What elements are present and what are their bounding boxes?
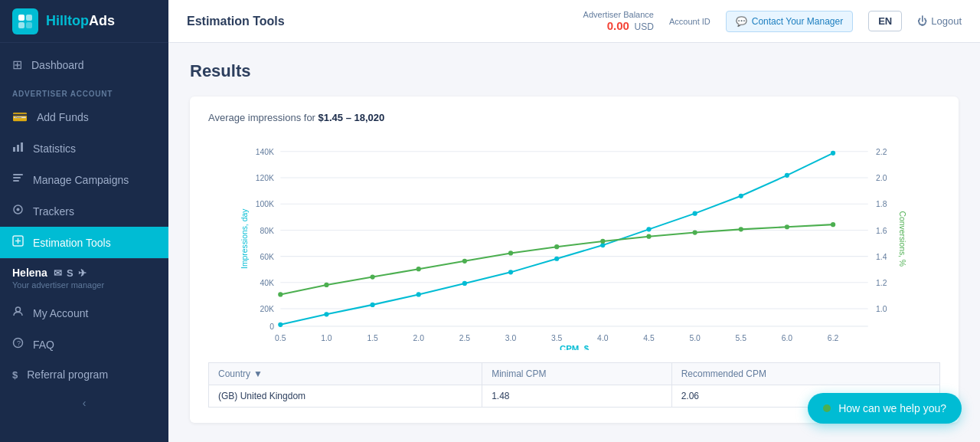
- svg-text:0.5: 0.5: [275, 334, 286, 342]
- svg-text:4.5: 4.5: [643, 334, 655, 342]
- sidebar-item-trackers[interactable]: Trackers: [0, 195, 168, 227]
- svg-text:Impressions, day: Impressions, day: [240, 208, 249, 269]
- svg-text:0: 0: [270, 322, 274, 331]
- svg-text:3.0: 3.0: [505, 334, 517, 342]
- svg-text:1.4: 1.4: [876, 253, 887, 261]
- language-button[interactable]: EN: [868, 11, 902, 31]
- svg-rect-8: [13, 177, 21, 178]
- svg-point-78: [646, 234, 651, 239]
- manager-name: Helena ✉ S ✈: [12, 267, 156, 279]
- svg-point-76: [554, 244, 559, 249]
- svg-text:4.0: 4.0: [597, 334, 609, 342]
- country-cell: (GB) United Kingdom: [209, 385, 482, 408]
- logo-text: HilltopAds: [46, 13, 115, 29]
- nav-section-label: ADVERTISER ACCOUNT: [0, 80, 168, 101]
- email-icon[interactable]: ✉: [54, 267, 62, 279]
- sidebar-item-estimation-tools[interactable]: Estimation Tools: [0, 227, 168, 258]
- estimation-tools-icon: [12, 235, 24, 250]
- svg-text:80K: 80K: [260, 227, 275, 235]
- rec-cpm-column-header: Recommended CPM: [671, 363, 939, 385]
- telegram-icon[interactable]: ✈: [78, 267, 87, 279]
- logo-icon: [12, 8, 38, 34]
- svg-text:1.5: 1.5: [367, 334, 378, 342]
- logout-icon: ⏻: [917, 15, 927, 27]
- svg-text:1.8: 1.8: [876, 200, 887, 208]
- country-column-header[interactable]: Country ▼: [209, 363, 482, 385]
- svg-rect-1: [26, 15, 32, 21]
- svg-text:6.2: 6.2: [828, 334, 839, 342]
- svg-text:3.5: 3.5: [551, 334, 563, 342]
- svg-point-11: [17, 208, 20, 211]
- topbar-right: Advertiser Balance 0.00 USD Account ID 💬…: [583, 10, 962, 32]
- balance-value-row: 0.00 USD: [583, 19, 654, 32]
- svg-text:1.0: 1.0: [876, 305, 887, 313]
- svg-point-60: [416, 292, 421, 296]
- sidebar-collapse-btn[interactable]: ‹: [83, 397, 87, 409]
- balance-block: Advertiser Balance 0.00 USD: [583, 10, 654, 32]
- svg-point-61: [462, 281, 467, 286]
- svg-text:120K: 120K: [256, 174, 274, 182]
- chat-bubble[interactable]: How can we help you?: [808, 393, 962, 424]
- svg-text:1.6: 1.6: [876, 227, 887, 235]
- svg-rect-0: [18, 15, 24, 21]
- results-card: Average impressions for $1.45 – 18,020 1…: [190, 97, 959, 423]
- svg-point-82: [831, 222, 835, 227]
- main-area: Estimation Tools Advertiser Balance 0.00…: [168, 0, 980, 442]
- sidebar-item-referral-program[interactable]: $ Referral program: [0, 360, 168, 389]
- avg-impressions-text: Average impressions for $1.45 – 18,020: [208, 112, 940, 123]
- sidebar-item-my-account[interactable]: My Account: [0, 297, 168, 329]
- svg-point-15: [16, 307, 21, 312]
- chat-online-dot: [823, 404, 831, 412]
- sidebar-item-statistics[interactable]: Statistics: [0, 133, 168, 164]
- svg-text:1.0: 1.0: [321, 334, 332, 342]
- svg-rect-7: [13, 174, 23, 175]
- svg-point-70: [278, 292, 283, 296]
- svg-point-62: [508, 270, 513, 274]
- svg-point-66: [693, 211, 697, 216]
- chart-svg: 140K 120K 100K 80K 60K 40K 20K 0 2.2 2.0…: [208, 136, 940, 350]
- svg-rect-2: [18, 22, 24, 28]
- min-cpm-column-header: Minimal CPM: [482, 363, 671, 385]
- sidebar-item-add-funds[interactable]: 💳 Add Funds: [0, 101, 168, 133]
- svg-point-57: [278, 322, 283, 327]
- statistics-icon: [12, 141, 24, 156]
- svg-point-58: [324, 312, 328, 316]
- svg-text:2.5: 2.5: [459, 334, 471, 342]
- svg-text:6.0: 6.0: [782, 334, 793, 342]
- svg-point-59: [370, 303, 374, 307]
- svg-point-72: [370, 274, 374, 279]
- svg-text:60K: 60K: [260, 253, 275, 261]
- trackers-icon: [12, 204, 24, 218]
- sidebar: HilltopAds ⊞ Dashboard ADVERTISER ACCOUN…: [0, 0, 168, 442]
- svg-text:20K: 20K: [260, 305, 275, 313]
- svg-rect-4: [13, 147, 15, 152]
- svg-text:40K: 40K: [260, 279, 275, 287]
- faq-icon: ?: [12, 337, 24, 352]
- svg-text:5.5: 5.5: [736, 334, 747, 342]
- manager-section: Helena ✉ S ✈ Your advertiser manager: [0, 258, 168, 297]
- svg-text:140K: 140K: [256, 148, 274, 156]
- sidebar-item-dashboard[interactable]: ⊞ Dashboard: [0, 49, 168, 80]
- svg-text:100K: 100K: [256, 200, 274, 208]
- svg-point-63: [554, 257, 559, 261]
- logout-button[interactable]: ⏻ Logout: [917, 15, 962, 27]
- skype-icon[interactable]: S: [67, 267, 74, 279]
- min-cpm-cell: 1.48: [482, 385, 671, 408]
- svg-point-77: [600, 239, 605, 244]
- svg-text:2.0: 2.0: [413, 334, 425, 342]
- dashboard-icon: ⊞: [12, 57, 22, 72]
- country-filter[interactable]: Country ▼: [218, 368, 472, 379]
- logo: HilltopAds: [0, 0, 168, 43]
- sidebar-nav: ⊞ Dashboard ADVERTISER ACCOUNT 💳 Add Fun…: [0, 43, 168, 442]
- topbar: Estimation Tools Advertiser Balance 0.00…: [168, 0, 980, 43]
- chat-icon: 💬: [736, 16, 747, 27]
- sidebar-item-faq[interactable]: ? FAQ: [0, 329, 168, 360]
- svg-text:1.2: 1.2: [876, 279, 887, 287]
- contact-manager-button[interactable]: 💬 Contact Your Manager: [726, 11, 853, 32]
- svg-text:?: ?: [17, 339, 21, 347]
- manage-campaigns-icon: [12, 172, 24, 187]
- sidebar-item-manage-campaigns[interactable]: Manage Campaigns: [0, 164, 168, 195]
- svg-point-80: [739, 227, 743, 231]
- manager-icons: ✉ S ✈: [54, 267, 87, 279]
- svg-point-79: [693, 230, 697, 234]
